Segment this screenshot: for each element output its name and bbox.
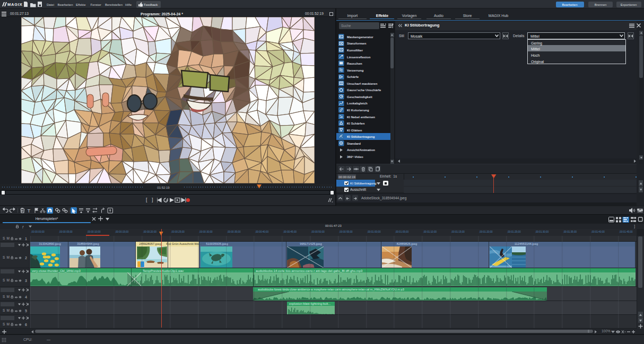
svg-text:f: f [22, 225, 24, 228]
svg-text:T: T [28, 207, 31, 213]
